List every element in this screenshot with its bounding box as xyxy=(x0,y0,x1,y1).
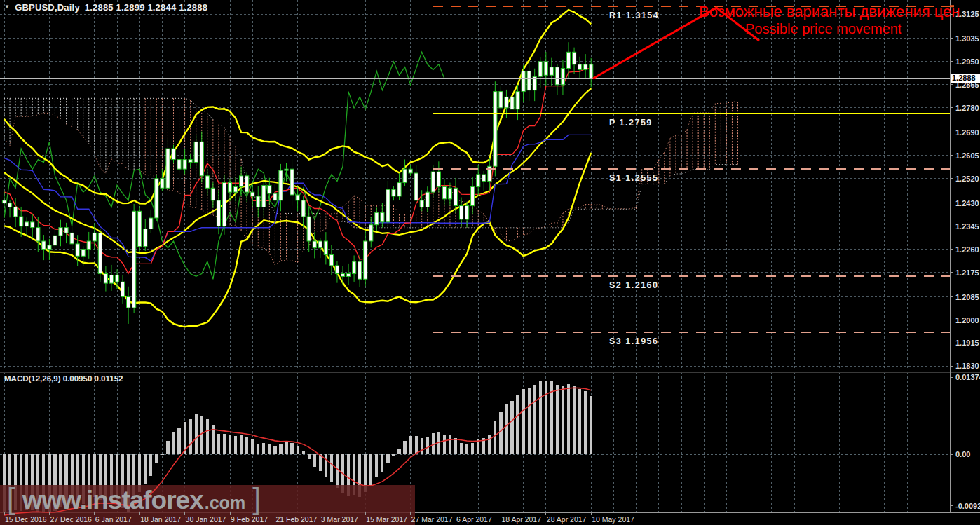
macd-histogram-bar xyxy=(336,454,339,488)
candle-body xyxy=(392,189,395,196)
date-tick-label[interactable]: 6 Jan 2017 xyxy=(95,515,132,524)
candle-body xyxy=(318,241,322,248)
date-tick-label[interactable]: 21 Feb 2017 xyxy=(275,515,317,524)
candle-body xyxy=(285,169,288,170)
candle-body xyxy=(240,176,243,187)
candle-body xyxy=(233,186,237,192)
candle-body xyxy=(194,142,198,162)
chart-canvas[interactable]: R1 1.3154P 1.2759S1 1.2555S2 1.2160S3 1.… xyxy=(0,0,980,525)
candle-body xyxy=(183,160,186,170)
candle-body xyxy=(166,149,170,188)
symbol-dropdown-arrow-icon[interactable]: ▼ xyxy=(4,4,10,10)
macd-histogram-bar xyxy=(465,444,468,454)
macd-histogram-bar xyxy=(206,419,209,454)
price-tick-label: 1.2520 xyxy=(955,175,979,183)
price-tick-label: 1.1915 xyxy=(955,339,979,347)
candle-body xyxy=(572,52,576,64)
macd-histogram-bar xyxy=(539,381,542,454)
candle-body xyxy=(296,195,299,200)
candle-body xyxy=(329,254,333,266)
candle-body xyxy=(505,97,508,108)
date-tick-label[interactable]: 15 Dec 2016 xyxy=(5,515,47,524)
macd-histogram-bar xyxy=(421,438,423,454)
candle-body xyxy=(516,92,519,109)
macd-tick-label: -0.00924 xyxy=(955,502,980,510)
date-tick-label[interactable]: 27 Dec 2016 xyxy=(50,515,92,524)
candle-body xyxy=(273,193,277,200)
date-tick-label[interactable]: 15 Mar 2017 xyxy=(366,515,407,524)
date-tick-label[interactable]: 27 Mar 2017 xyxy=(411,515,453,524)
candle-body xyxy=(205,176,209,188)
macd-histogram-bar xyxy=(217,434,220,454)
candle-body xyxy=(290,169,294,195)
macd-histogram-bar xyxy=(590,396,592,454)
candle-body xyxy=(228,183,231,193)
candle-body xyxy=(104,274,107,284)
pivot-label-s3: S3 1.1956 xyxy=(609,336,659,346)
ohlc-quote: 1.2885 1.2899 1.2844 1.2888 xyxy=(85,2,207,13)
candle-body xyxy=(364,241,367,279)
candle-body xyxy=(36,228,40,241)
macd-histogram-bar xyxy=(392,454,395,456)
candle-body xyxy=(172,149,175,160)
candle-body xyxy=(217,200,220,226)
macd-histogram-bar xyxy=(499,412,502,454)
pivot-label-s2: S2 1.2160 xyxy=(609,280,659,290)
macd-histogram-bar xyxy=(437,432,440,454)
watermark-bracket-open: [ xyxy=(7,482,15,516)
macd-histogram-bar xyxy=(144,454,147,484)
macd-histogram-bar xyxy=(573,386,576,454)
date-tick-label[interactable]: 28 Apr 2017 xyxy=(547,515,587,524)
macd-histogram-bar xyxy=(584,391,587,454)
date-tick-label[interactable]: 6 Apr 2017 xyxy=(456,515,492,524)
macd-histogram-bar xyxy=(155,454,158,463)
macd-histogram-bar xyxy=(262,443,265,454)
candle-body xyxy=(98,233,102,273)
price-tick-label: 1.2950 xyxy=(955,57,979,66)
candle-body xyxy=(437,172,440,186)
candle-body xyxy=(403,169,407,182)
macd-histogram-bar xyxy=(229,435,231,454)
candle-body xyxy=(115,275,118,282)
candle-body xyxy=(510,97,514,109)
candle-body xyxy=(494,92,497,167)
macd-histogram-bar xyxy=(403,441,406,454)
candle-body xyxy=(459,206,463,219)
macd-histogram-bar xyxy=(443,435,446,454)
macd-histogram-bar xyxy=(240,435,243,454)
date-tick-label[interactable]: 10 May 2017 xyxy=(592,515,634,524)
chart-title: ▼ GBPUSD,Daily 1.2885 1.2899 1.2844 1.28… xyxy=(4,2,207,13)
price-tick-label: 1.2780 xyxy=(955,104,979,112)
macd-histogram-bar xyxy=(273,446,276,454)
candle-body xyxy=(313,241,316,248)
candle-body xyxy=(358,261,362,279)
macd-histogram-bar xyxy=(166,441,169,454)
watermark-text: www.instaforex xyxy=(22,486,203,515)
macd-histogram-bar xyxy=(397,449,400,454)
candle-body xyxy=(555,67,559,85)
candle-body xyxy=(386,189,390,222)
macd-histogram-bar xyxy=(522,389,525,454)
annotation-ru: Возможные варианты движения цен xyxy=(699,3,960,21)
candle-body xyxy=(499,92,503,108)
macd-histogram-bar xyxy=(297,446,299,454)
price-tick-label: 1.2605 xyxy=(955,151,979,160)
candle-body xyxy=(566,52,570,68)
date-tick-label[interactable]: 18 Jan 2017 xyxy=(140,515,181,524)
date-tick-label[interactable]: 18 Apr 2017 xyxy=(501,515,541,524)
candle-body xyxy=(25,222,29,226)
candle-body xyxy=(477,175,480,186)
date-tick-label[interactable]: 30 Jan 2017 xyxy=(186,515,226,524)
macd-histogram-bar xyxy=(172,432,175,454)
macd-histogram-bar xyxy=(409,436,412,454)
macd-tick-label: 0.00 xyxy=(955,450,970,458)
candle-body xyxy=(353,261,356,273)
price-tick-label: 1.2260 xyxy=(955,245,979,254)
macd-histogram-bar xyxy=(449,435,451,454)
date-tick-label[interactable]: 9 Feb 2017 xyxy=(231,515,268,524)
chikou-span-line xyxy=(4,52,444,279)
date-tick-label[interactable]: 3 Mar 2017 xyxy=(321,515,358,524)
candle-body xyxy=(76,244,79,256)
macd-histogram-bar xyxy=(471,443,474,454)
price-tick-label: 1.2345 xyxy=(955,222,979,231)
